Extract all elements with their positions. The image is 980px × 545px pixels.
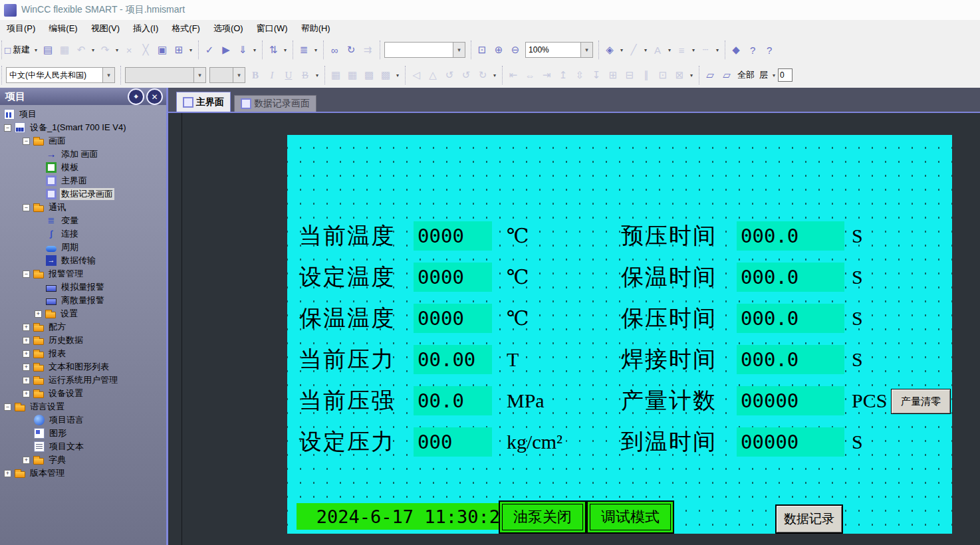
chevron-down-icon[interactable]: ▾ [690,47,697,53]
expand-icon[interactable]: + [23,350,30,358]
hmi-debug-mode-button[interactable]: 调试模式 [586,500,674,534]
tree-item-tags[interactable]: 变量 [0,214,168,227]
tree-item-analog-alarms[interactable]: 模拟量报警 [0,280,168,294]
layer-input[interactable] [778,68,793,82]
tree-item-dictionaries[interactable]: +字典 [0,453,168,467]
zoom-level-combo[interactable]: 100%▾ [525,42,593,58]
open-button[interactable]: ▤ [40,42,56,58]
collapse-icon[interactable]: − [23,271,30,278]
context-help-button[interactable]: ? [761,42,777,58]
expand-icon[interactable]: + [4,470,11,477]
transfer-button[interactable]: ⇓ [235,42,251,58]
zoom-out-button[interactable]: ⊖ [507,42,523,58]
chevron-down-icon[interactable]: ▾ [642,47,649,53]
chevron-down-icon[interactable]: ▾ [282,47,289,53]
expand-icon[interactable]: + [35,310,42,318]
fill-color-button[interactable]: ◈ [602,42,618,58]
font-combo[interactable]: ▾ [125,67,206,83]
chevron-down-icon[interactable]: ▾ [580,43,592,57]
sort-button[interactable]: ⇅ [265,42,281,58]
tree-item-recipes[interactable]: +配方 [0,320,168,334]
collapse-icon[interactable]: − [4,403,11,411]
chevron-down-icon[interactable]: ▾ [187,47,194,53]
tree-item-screens[interactable]: −画面 [0,134,168,148]
hmi-io-field-right-0[interactable]: 000.0 [737,221,844,251]
chevron-down-icon[interactable]: ▾ [114,47,120,53]
tree-item-discrete-alarms[interactable]: 离散量报警 [0,294,168,307]
expand-icon[interactable]: + [23,377,30,384]
menu-item-4[interactable]: 格式(F) [165,23,207,35]
chevron-down-icon[interactable]: ▾ [102,68,114,82]
menu-item-5[interactable]: 选项(O) [207,23,250,35]
tree-item-data-transfer[interactable]: 数据传输 [0,254,168,267]
chevron-down-icon[interactable]: ▾ [314,72,320,78]
expand-icon[interactable]: + [23,364,30,371]
hmi-io-field-left-5[interactable]: 000 [414,427,492,457]
collapse-icon[interactable]: − [23,204,30,211]
language-combo[interactable]: 中文(中华人民共和国)▾ [6,67,115,83]
hmi-io-field-left-1[interactable]: 0000 [414,263,492,292]
font-size-combo[interactable]: ▾ [209,67,245,83]
tree-item-communication[interactable]: −通讯 [0,201,168,214]
collapse-icon[interactable]: − [23,138,30,145]
tree-item-cycles[interactable]: 周期 [0,241,168,254]
menu-item-2[interactable]: 视图(V) [84,23,126,35]
tree-item-text-graphic-lists[interactable]: +文本和图形列表 [0,360,168,374]
hmi-io-field-right-3[interactable]: 000.0 [737,345,844,374]
tree-item-main-screen[interactable]: 主界面 [0,174,168,187]
tree-item-runtime-user-admin[interactable]: +运行系统用户管理 [0,374,168,387]
hmi-io-field-right-5[interactable]: 00000 [737,427,844,457]
chevron-down-icon[interactable]: ▾ [666,47,673,53]
menu-item-3[interactable]: 插入(I) [126,23,165,35]
collapse-icon[interactable]: − [4,124,11,132]
tab-main-screen[interactable]: 主界面 [176,92,231,112]
tree-item-data-log-screen[interactable]: 数据记录画面 [0,187,168,201]
chevron-down-icon[interactable]: ▾ [33,47,39,53]
find-in-project-button[interactable]: ∞ [326,42,342,58]
close-icon[interactable]: ✕ [146,88,163,105]
chevron-down-icon[interactable]: ▾ [714,47,721,53]
chevron-down-icon[interactable]: ▾ [90,47,96,53]
find-button[interactable]: ≣ [296,42,312,58]
hmi-io-field-left-4[interactable]: 00.0 [414,386,492,415]
sidebar-splitter[interactable] [166,88,168,545]
menu-item-6[interactable]: 窗口(W) [250,23,295,35]
hmi-screen-canvas[interactable]: 2024-6-17 11:30:26 油泵关闭 调试模式 数据记录 当前温度00… [287,135,952,534]
new-button[interactable]: □新建 [5,42,32,58]
hmi-io-field-left-3[interactable]: 00.00 [414,345,492,374]
tree-item-project[interactable]: 项目 [0,108,168,121]
chevron-down-icon[interactable]: ▾ [771,72,777,78]
chevron-down-icon[interactable]: ▾ [618,47,625,53]
zoom-in-button[interactable]: ⊕ [491,42,507,58]
tree-item-version-management[interactable]: +版本管理 [0,467,168,480]
hmi-io-field-right-4[interactable]: 00000 [737,386,844,415]
tree-item-add-screen[interactable]: 添加 画面 [0,148,168,161]
check-consistency-button[interactable]: ✓ [201,42,217,58]
tree-item-graphics[interactable]: 图形 [0,427,168,440]
tree-item-template[interactable]: 模板 [0,161,168,174]
chevron-down-icon[interactable]: ▾ [233,68,245,82]
hmi-pump-off-button[interactable]: 油泵关闭 [499,500,586,534]
tree-item-reports[interactable]: +报表 [0,347,168,360]
chevron-down-icon[interactable]: ▾ [251,47,258,53]
hmi-io-field-left-2[interactable]: 0000 [414,304,492,333]
hmi-datetime-field[interactable]: 2024-6-17 11:30:26 [297,503,531,530]
zoom-area-button[interactable]: ⊡ [474,42,490,58]
chevron-down-icon[interactable]: ▾ [453,43,465,57]
help-book-button[interactable]: ◆ [728,42,744,58]
help-topics-button[interactable]: ? [745,42,761,58]
hmi-io-field-right-1[interactable]: 000.0 [737,263,844,292]
tree-item-language-settings[interactable]: −语言设置 [0,400,168,413]
expand-icon[interactable]: + [23,390,30,397]
chevron-down-icon[interactable]: ▾ [491,72,498,78]
object-combo[interactable]: ▾ [384,42,465,58]
hmi-data-log-button[interactable]: 数据记录 [775,504,843,534]
menu-item-0[interactable]: 项目(P) [0,23,42,35]
tree-item-alarm-settings[interactable]: +设置 [0,307,168,320]
chevron-down-icon[interactable]: ▾ [193,68,205,82]
chevron-down-icon[interactable]: ▾ [312,47,319,53]
expand-icon[interactable]: + [23,324,30,331]
hmi-io-field-right-2[interactable]: 000.0 [737,304,844,333]
hmi-reset-count-button[interactable]: 产量清零 [891,389,951,414]
tree-item-alarm-management[interactable]: −报警管理 [0,267,168,280]
